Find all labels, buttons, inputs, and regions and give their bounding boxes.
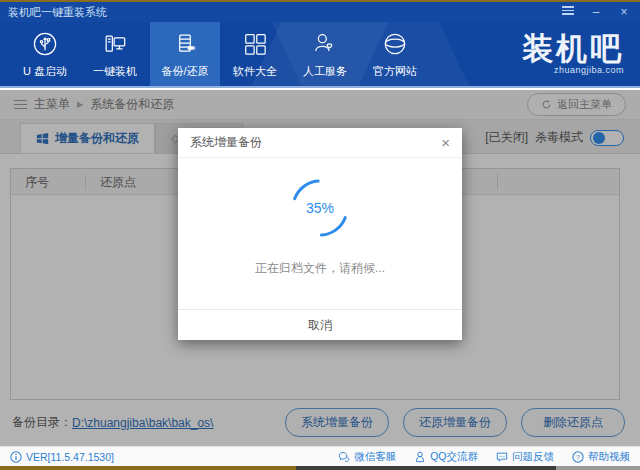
feedback-link[interactable]: 问题反馈 — [496, 450, 554, 464]
computer-icon — [100, 29, 130, 59]
qq-group-link[interactable]: QQ交流群 — [414, 450, 478, 464]
strip-gray-segment — [556, 466, 640, 470]
nav-label: 一键装机 — [93, 64, 137, 79]
nav-item-backup-restore[interactable]: 备份/还原 — [150, 22, 220, 86]
desktop-edge-strip — [0, 466, 640, 470]
window-title: 装机吧一键重装系统 — [8, 5, 107, 20]
incremental-backup-dialog: 系统增量备份 × 35% 正在归档文件，请稍候... 取消 — [178, 128, 462, 340]
cancel-button[interactable]: 取消 — [178, 309, 462, 340]
nav-item-website[interactable]: 官方网站 — [360, 22, 430, 86]
dialog-title: 系统增量备份 — [190, 134, 262, 151]
svg-text:?: ? — [576, 453, 580, 460]
titlebar: 装机吧一键重装系统 – × — [0, 2, 640, 22]
help-video-link[interactable]: ? 帮助视频 — [572, 450, 630, 464]
nav-label: 软件大全 — [233, 64, 277, 79]
nav-label: 官方网站 — [373, 64, 417, 79]
qq-icon — [414, 451, 426, 463]
strip-dark-segment — [296, 466, 556, 470]
logo-domain: zhuangjiba.com — [554, 65, 624, 75]
progress-spinner: 35% — [282, 170, 358, 246]
minimize-button[interactable]: – — [588, 5, 604, 19]
content-area: 主菜单 ▶ 系统备份和还原 返回主菜单 增量备份和还原 ◇ GHOST [已关闭… — [0, 90, 640, 446]
menu-icon[interactable] — [560, 4, 576, 20]
wechat-icon — [338, 451, 350, 463]
app-window: 装机吧一键重装系统 – × U 盘启动 一键装机 备份/还原 — [0, 0, 640, 470]
person-icon — [310, 29, 340, 59]
progress-percent: 35% — [282, 170, 358, 246]
status-bar: VER[11.5.47.1530] 微信客服 QQ交流群 问题反馈 ? 帮助视频 — [0, 446, 640, 466]
usb-icon — [30, 29, 60, 59]
chat-bubble-icon — [496, 451, 508, 463]
info-icon — [10, 451, 22, 463]
dialog-body: 35% 正在归档文件，请稍候... — [178, 158, 462, 309]
nav-item-one-key-install[interactable]: 一键装机 — [80, 22, 150, 86]
logo-text: 装机吧 — [522, 33, 624, 65]
nav-label: U 盘启动 — [23, 64, 67, 79]
apps-grid-icon — [240, 29, 270, 59]
strip-gold-segment — [0, 466, 296, 470]
version-info: VER[11.5.47.1530] — [10, 451, 114, 463]
wechat-support-link[interactable]: 微信客服 — [338, 450, 396, 464]
nav-item-usb-boot[interactable]: U 盘启动 — [10, 22, 80, 86]
close-button[interactable]: × — [616, 5, 632, 19]
question-icon: ? — [572, 451, 584, 463]
window-controls: – × — [560, 4, 632, 20]
backup-server-icon — [170, 29, 200, 59]
nav-label: 人工服务 — [303, 64, 347, 79]
version-text: VER[11.5.47.1530] — [26, 451, 114, 463]
dialog-close-icon[interactable]: × — [441, 135, 450, 150]
globe-icon — [380, 29, 410, 59]
main-nav: U 盘启动 一键装机 备份/还原 软件大全 人工服务 — [0, 22, 640, 88]
nav-item-software[interactable]: 软件大全 — [220, 22, 290, 86]
progress-message: 正在归档文件，请稍候... — [255, 260, 385, 277]
nav-label: 备份/还原 — [161, 64, 208, 79]
nav-item-support[interactable]: 人工服务 — [290, 22, 360, 86]
dialog-header: 系统增量备份 × — [178, 128, 462, 158]
brand-logo: 装机吧 zhuangjiba.com — [522, 22, 624, 86]
status-links: 微信客服 QQ交流群 问题反馈 ? 帮助视频 — [338, 450, 630, 464]
